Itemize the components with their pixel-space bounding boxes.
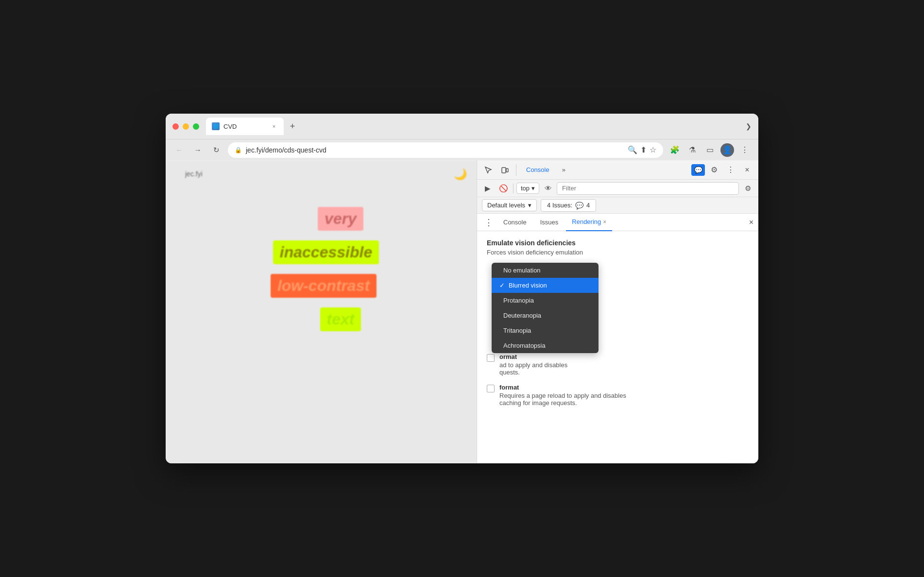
dropdown-item-protanopia[interactable]: Protanopia	[492, 293, 599, 308]
default-levels-label: Default levels	[487, 202, 525, 209]
block-icon[interactable]: 🚫	[496, 182, 510, 195]
checkbox-label-1: ormat ad to apply and disablesquests.	[499, 353, 567, 376]
console-message-icon[interactable]: 💬	[691, 164, 705, 176]
console-settings-icon[interactable]: ⚙	[741, 182, 754, 195]
checkbox-1[interactable]	[487, 354, 495, 362]
sub-tab-rendering-close[interactable]: ×	[603, 219, 606, 225]
issues-msg-icon: 💬	[575, 202, 583, 209]
issues-badge[interactable]: 4 Issues: 💬 4	[541, 199, 596, 212]
default-levels-dropdown-icon: ▾	[528, 202, 531, 209]
dropdown-label-achromatopsia: Achromatopsia	[503, 342, 546, 349]
top-dropdown-icon: ▾	[531, 185, 535, 192]
share-icon[interactable]: ⬆	[640, 145, 647, 154]
checkbox-label-2: format Requires a page reload to apply a…	[499, 384, 626, 407]
tab-favicon: 🌐	[212, 122, 220, 130]
check-icon: ✓	[499, 282, 505, 289]
devtools-top-tabs: Console »	[520, 163, 689, 176]
device-icon[interactable]	[497, 163, 512, 177]
bookmark-icon[interactable]: ☆	[650, 145, 656, 154]
dropdown-label-deuteranopia: Deuteranopia	[503, 312, 541, 319]
word-inaccessible: inaccessible	[273, 240, 379, 264]
checkbox-section: ormat ad to apply and disablesquests. fo…	[487, 353, 749, 407]
play-icon[interactable]: ▶	[481, 182, 495, 195]
sub-tab-console[interactable]: Console	[497, 214, 532, 231]
devtools-more-icon[interactable]: ⋮	[723, 163, 738, 177]
close-traffic-light[interactable]	[172, 123, 179, 130]
svg-rect-1	[506, 169, 508, 172]
dropdown-label-tritanopia: Tritanopia	[503, 327, 531, 334]
console-toolbar: ▶ 🚫 top ▾ 👁 ⚙	[477, 180, 758, 197]
sub-tabs-dots[interactable]: ⋮	[482, 216, 496, 229]
devtools-right-icons: 💬 ⚙ ⋮ ×	[691, 163, 754, 177]
default-levels-button[interactable]: Default levels ▾	[482, 199, 537, 211]
browser-window: 🌐 CVD × + ❯ ← → ↻ 🔒 jec.fyi/demo/cds-que…	[166, 114, 758, 463]
refresh-button[interactable]: ↻	[209, 143, 223, 157]
title-bar: 🌐 CVD × + ❯	[166, 114, 758, 139]
issues-label: 4 Issues:	[547, 202, 572, 209]
checkbox-2-strong: format	[499, 384, 626, 391]
devtools-close-icon[interactable]: ×	[740, 163, 754, 177]
minimize-traffic-light[interactable]	[183, 123, 189, 130]
checkbox-2[interactable]	[487, 385, 495, 392]
devtools-settings-icon[interactable]: ⚙	[707, 163, 721, 177]
console-toolbar-divider	[513, 184, 513, 193]
dropdown-item-achromatopsia[interactable]: Achromatopsia	[492, 338, 599, 353]
sub-tabs-bar: ⋮ Console Issues Rendering × ×	[477, 214, 758, 231]
back-button[interactable]: ←	[172, 143, 186, 157]
tabs-chevron[interactable]: ❯	[746, 122, 752, 130]
inspect-icon[interactable]	[481, 163, 496, 177]
dropdown-item-no-emulation[interactable]: No emulation	[492, 263, 599, 278]
split-icon[interactable]: ▭	[703, 143, 717, 157]
top-label: top	[521, 185, 530, 192]
checkbox-row-2: format Requires a page reload to apply a…	[487, 384, 749, 407]
traffic-lights	[172, 123, 199, 130]
moon-icon: 🌙	[454, 168, 467, 181]
dropdown-label-protanopia: Protanopia	[503, 297, 534, 304]
checkbox-row-1: ormat ad to apply and disablesquests.	[487, 353, 749, 376]
profile-icon[interactable]: 👤	[720, 143, 734, 157]
dropdown-item-blurred-vision[interactable]: ✓ Blurred vision	[492, 278, 599, 293]
browser-tab-cvd[interactable]: 🌐 CVD ×	[206, 118, 284, 135]
dropdown-item-tritanopia[interactable]: Tritanopia	[492, 323, 599, 338]
extensions-icon[interactable]: 🧩	[668, 143, 682, 157]
svg-rect-0	[502, 168, 506, 173]
top-selector[interactable]: top ▾	[516, 183, 539, 194]
issues-count: 4	[586, 202, 590, 209]
devtools-top-bar: Console » 💬 ⚙ ⋮ ×	[477, 160, 758, 180]
emulate-vision-desc: Forces vision deficiency emulation	[487, 249, 749, 256]
emulate-vision-title: Emulate vision deficiencies	[487, 239, 749, 247]
new-tab-button[interactable]: +	[286, 119, 299, 133]
tab-console[interactable]: Console	[520, 163, 555, 176]
address-icons: 🔍 ⬆ ☆	[628, 145, 656, 154]
tab-more[interactable]: »	[556, 163, 571, 176]
browser-toolbar: 🧩 ⚗ ▭ 👤 ⋮	[668, 143, 752, 157]
word-low-contrast: low-contrast	[271, 274, 376, 298]
main-area: jec.fyi 🌙 very inaccessible low-contrast…	[166, 160, 758, 463]
tabs-row: 🌐 CVD × + ❯	[206, 118, 752, 135]
address-input[interactable]: 🔒 jec.fyi/demo/cds-quest-cvd 🔍 ⬆ ☆	[228, 142, 663, 158]
filter-input[interactable]	[557, 182, 739, 195]
devtools-divider	[516, 164, 516, 176]
dropdown-label-no-emulation: No emulation	[503, 267, 541, 274]
tab-title: CVD	[223, 123, 237, 130]
word-very: very	[318, 207, 363, 231]
eye-icon[interactable]: 👁	[541, 182, 555, 195]
dropdown-item-deuteranopia[interactable]: Deuteranopia	[492, 308, 599, 323]
menu-icon[interactable]: ⋮	[738, 143, 752, 157]
sub-tab-rendering[interactable]: Rendering ×	[566, 214, 612, 231]
tab-close-button[interactable]: ×	[270, 122, 278, 130]
checkbox-1-strong: ormat	[499, 353, 567, 360]
page-logo: jec.fyi	[185, 170, 203, 178]
experiments-icon[interactable]: ⚗	[685, 143, 699, 157]
sub-tab-issues[interactable]: Issues	[534, 214, 565, 231]
rendering-content: Emulate vision deficiencies Forces visio…	[477, 231, 758, 463]
dropdown-label-blurred-vision: Blurred vision	[509, 282, 547, 289]
vision-dropdown-menu: No emulation ✓ Blurred vision Protanopia	[492, 263, 599, 353]
fullscreen-traffic-light[interactable]	[193, 123, 199, 130]
page-content: jec.fyi 🌙 very inaccessible low-contrast…	[166, 160, 477, 463]
sub-tabs-panel-close[interactable]: ×	[749, 218, 753, 227]
address-bar: ← → ↻ 🔒 jec.fyi/demo/cds-quest-cvd 🔍 ⬆ ☆…	[166, 139, 758, 160]
issues-bar: Default levels ▾ 4 Issues: 💬 4	[477, 197, 758, 214]
forward-button[interactable]: →	[191, 143, 205, 157]
search-icon[interactable]: 🔍	[628, 145, 637, 154]
